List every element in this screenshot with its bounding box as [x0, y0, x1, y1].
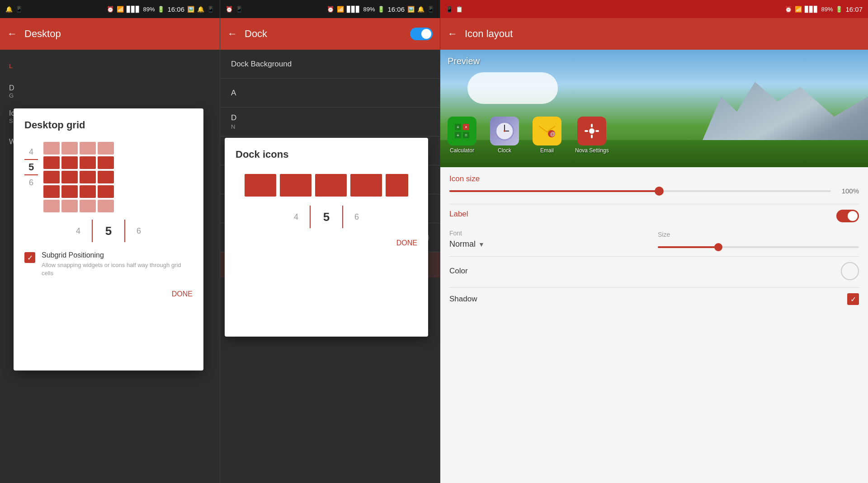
color-picker[interactable] [841, 262, 859, 280]
grid-row-divider-2 [24, 174, 38, 175]
icon-layout-settings: Icon size 100% Label Font Normal [440, 167, 868, 483]
preview-cloud [467, 72, 558, 104]
app-icon-clock [490, 117, 519, 145]
grid-row-blocks-4 [43, 142, 114, 155]
signal-icon-2: ▊▊▊ [347, 6, 360, 13]
svg-point-17 [589, 128, 594, 134]
svg-text:×: × [465, 125, 467, 130]
icon-size-value: 100% [836, 187, 859, 195]
email-icon-svg: @ [538, 124, 556, 138]
dock-col-num-4: 4 [283, 212, 310, 222]
dock-toggle[interactable] [410, 28, 433, 40]
app-icon-wrapper-nova: Nova Settings [575, 117, 609, 154]
volume-icon: 🔔 [197, 6, 204, 13]
grid-row-num-5: 5 [28, 161, 34, 174]
svg-text:=: = [465, 133, 467, 138]
sim-icon-3: 📋 [456, 6, 463, 13]
calculator-icon-svg: + × + = [453, 122, 471, 140]
font-size-track[interactable] [658, 246, 859, 248]
font-size-thumb[interactable] [714, 243, 722, 251]
battery-icon-2: 🔋 [377, 6, 385, 13]
desktop-content: L D G Ic S W Desktop grid 4 5 [0, 50, 220, 483]
top-bar-dock: ← Dock [220, 18, 440, 50]
panel-desktop: 🔔 📱 ⏰ 📶 ▊▊▊ 89% 🔋 16:06 🖼️ 🔔 📱 ← Desktop… [0, 0, 220, 483]
preview-section: Preview + × + = [440, 50, 868, 167]
subgrid-label-title: Subgrid Positioning [42, 251, 193, 259]
desktop-grid-done-button[interactable]: DONE [24, 286, 193, 302]
app-icon-email: @ [533, 117, 561, 145]
dock-background-label: Dock Background [231, 60, 429, 69]
battery-percent-2: 89% [363, 6, 375, 13]
grid-row-numbers: 4 5 6 [24, 142, 38, 189]
status-icons-left-2: ⏰ 📱 [226, 6, 243, 13]
app-icon-label-email: Email [540, 147, 554, 154]
icon-size-slider-row: 100% [449, 187, 859, 195]
battery-icon: 🔋 [157, 6, 165, 13]
divider-1 [449, 204, 859, 204]
icon-size-label: Icon size [449, 174, 859, 183]
color-row: Color [449, 262, 859, 280]
dock-item-3[interactable]: D N [220, 108, 440, 136]
shadow-row: Shadow ✓ [449, 293, 859, 305]
panel-dock: ⏰ 📱 ⏰ 📶 ▊▊▊ 89% 🔋 16:06 🖼️ 🔔 📱 ← Dock Do… [220, 0, 440, 483]
app-icon-label-clock: Clock [498, 147, 511, 154]
back-button-icon-layout[interactable]: ← [448, 28, 458, 40]
svg-text:+: + [457, 133, 459, 138]
font-value: Normal [449, 239, 476, 249]
icon-size-track[interactable] [449, 190, 831, 192]
signal-icon-3: ▊▊▊ [805, 6, 818, 13]
svg-point-12 [504, 130, 505, 132]
shadow-checkbox[interactable]: ✓ [847, 293, 859, 305]
app-icon-calculator: + × + = [448, 117, 476, 145]
subgrid-checkbox-row[interactable]: ✓ Subgrid Positioning Allow snapping wid… [24, 251, 193, 277]
grid-col-num-6: 6 [125, 226, 152, 236]
battery-percent-3: 89% [821, 6, 833, 13]
desktop-title: Desktop [24, 28, 61, 40]
dock-item-2[interactable]: A [220, 79, 440, 108]
grid-row-blocks-5c [43, 185, 114, 198]
status-bar-1: 🔔 📱 ⏰ 📶 ▊▊▊ 89% 🔋 16:06 🖼️ 🔔 📱 [0, 0, 220, 18]
status-bar-3: 📱 📋 ⏰ 📶 ▊▊▊ 89% 🔋 16:07 [440, 0, 868, 18]
signal-icon: ▊▊▊ [127, 6, 140, 13]
dock-icons-dialog-title: Dock icons [236, 149, 417, 160]
subgrid-checkbox[interactable]: ✓ [24, 252, 35, 263]
grid-row-blocks-5a [43, 156, 114, 169]
volume-icon-2: 🔔 [417, 6, 425, 13]
dock-icons-done-button[interactable]: DONE [236, 235, 417, 251]
dock-col-num-6: 6 [343, 212, 370, 222]
divider-2 [449, 256, 859, 257]
font-dropdown-arrow-icon: ▼ [478, 241, 485, 248]
phone-icon-2: 📱 [236, 6, 243, 13]
dock-background-item[interactable]: Dock Background [220, 50, 440, 79]
dialog-desktop-grid-title: Desktop grid [24, 119, 193, 131]
nova-icon-svg [584, 123, 600, 139]
svg-text:@: @ [550, 131, 555, 136]
font-column-label: Font [449, 230, 651, 237]
alarm-icon-2: ⏰ [327, 6, 334, 13]
subgrid-labels: Subgrid Positioning Allow snapping widge… [42, 251, 193, 277]
dock-blocks-visual [236, 174, 417, 197]
top-bar-desktop: ← Desktop [0, 18, 220, 50]
back-button-dock[interactable]: ← [227, 28, 237, 40]
dock-col-selector[interactable]: 4 5 6 [236, 206, 417, 228]
font-dropdown[interactable]: Normal ▼ [449, 239, 651, 249]
alarm-icon-3: ⏰ [785, 6, 792, 13]
time-2: 16:06 [387, 5, 405, 13]
svg-rect-20 [585, 130, 588, 132]
time-3: 16:07 [845, 5, 863, 13]
phone-icon: 📱 [15, 6, 23, 13]
color-label: Color [449, 267, 468, 276]
grid-col-selector[interactable]: 4 5 6 [24, 220, 193, 242]
dock-col-num-5: 5 [311, 210, 342, 224]
grid-visual: 4 5 6 [24, 142, 193, 212]
grid-row-num-4: 4 [29, 145, 33, 158]
wifi-icon-2: 📶 [337, 6, 344, 13]
icon-size-thumb[interactable] [655, 187, 664, 196]
label-toggle[interactable] [836, 210, 859, 222]
sidebar-item-d: D G [0, 79, 220, 104]
shadow-label: Shadow [449, 295, 477, 304]
grid-row-divider-1 [24, 159, 38, 160]
icon-layout-content: 📱 📋 ⏰ 📶 ▊▊▊ 89% 🔋 16:07 ← Icon layout [440, 0, 868, 483]
back-button-desktop[interactable]: ← [7, 28, 17, 40]
dock-content: Dock Background A D N Ic S W H Infinite … [220, 50, 440, 483]
